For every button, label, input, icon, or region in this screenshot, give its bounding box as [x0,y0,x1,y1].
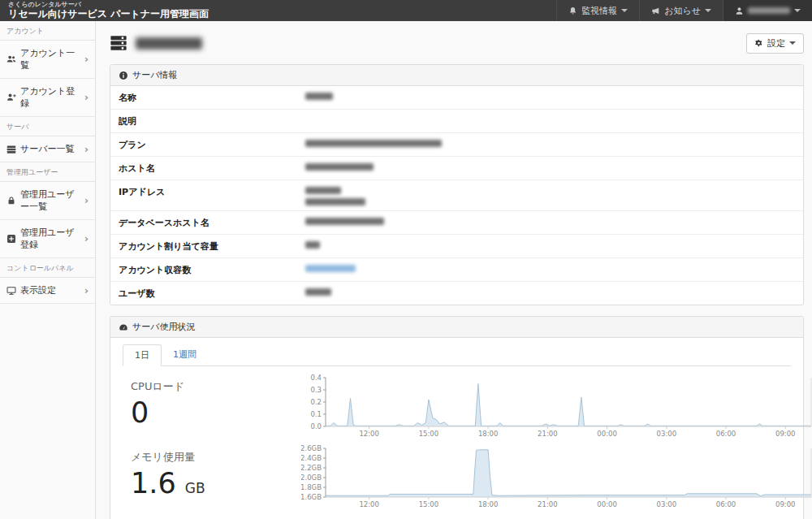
info-value-redacted-link[interactable] [305,265,356,272]
info-row-value [305,138,795,147]
info-row-value [305,287,795,296]
topbar-menu-item-0[interactable]: 監視情報 [556,0,639,21]
svg-text:15:00: 15:00 [419,500,439,508]
sidebar-section-title-3: コントロールパネル [0,258,95,278]
info-row-label: アカウント収容数 [119,263,305,276]
info-value-redacted-text [305,163,374,171]
brand-app-title: リセール向けサービス パートナー用管理画面 [8,9,209,19]
memory-usage-label: メモリ使用量 [131,450,301,465]
info-row-0: 名称 [110,86,803,110]
svg-text:1.8GB: 1.8GB [301,483,322,491]
server-info-panel-heading: サーバ情報 [110,65,803,86]
svg-text:2.0GB: 2.0GB [301,474,322,482]
memory-usage-chart: 1.6GB1.8GB2.0GB2.2GB2.4GB2.6GB12:0015:00… [301,445,812,511]
info-value-redacted-text [305,93,333,100]
svg-text:2.2GB: 2.2GB [301,464,322,472]
info-row-label: プラン [119,138,305,151]
sidebar-item-2-0[interactable]: 管理用ユーザー一覧› [0,182,95,220]
sidebar-item-0-1[interactable]: アカウント登録› [0,79,95,117]
usage-body: CPUロード 0 0.00.10.20.30.412:0015:0018:002… [110,366,803,519]
info-value-redacted-text [305,187,341,194]
gear-icon [754,39,763,48]
sidebar-section-title-1: サーバ [0,117,95,136]
svg-text:2.6GB: 2.6GB [301,445,322,452]
svg-text:2.4GB: 2.4GB [301,454,322,462]
server-stack-icon [110,34,127,52]
info-row-value [305,162,795,171]
caret-down-icon [789,41,796,45]
svg-text:1.6GB: 1.6GB [301,493,322,501]
info-row-value [305,216,795,225]
server-usage-panel-heading: サーバ使用状況 [110,317,803,338]
settings-button[interactable]: 設定 [746,33,804,54]
cpu-load-summary: CPUロード 0 [119,374,301,429]
brand: さくらのレンタルサーバ リセール向けサービス パートナー用管理画面 [0,0,209,21]
cpu-load-label: CPUロード [131,379,301,394]
info-row-label: ユーザ数 [119,287,305,300]
info-row-7: アカウント収容数 [110,258,803,282]
topbar-user-name-redacted [748,7,790,14]
user-icon [735,6,744,15]
info-row-label: アカウント割り当て容量 [119,240,305,253]
usage-tab-0[interactable]: 1日 [123,344,162,366]
sidebar-item-0-0[interactable]: アカウント一覧› [0,41,95,79]
memory-usage-value: 1.6 GB [131,468,301,500]
main-content: 設定 サーバ情報 名称説明プランホスト名IPアドレスデータベースホスト名アカウン… [96,21,812,519]
svg-text:09:00: 09:00 [775,500,796,508]
svg-text:06:00: 06:00 [716,430,736,438]
gauge-icon [119,322,128,332]
sidebar-item-label: アカウント一覧 [20,47,80,71]
chevron-right-icon: › [84,235,89,243]
info-row-value [305,263,795,272]
svg-text:00:00: 00:00 [597,430,617,438]
svg-text:0.0: 0.0 [310,422,322,430]
topbar-menu-user[interactable] [723,0,812,21]
chevron-right-icon: › [84,197,89,205]
info-value-redacted-text [305,198,365,205]
info-row-value [305,91,795,100]
sidebar-item-label: 表示設定 [20,284,56,296]
topbar-menu-item-1[interactable]: お知らせ [639,0,723,21]
info-row-8: ユーザ数 [110,282,803,305]
svg-text:18:00: 18:00 [478,430,499,438]
svg-text:0.4: 0.4 [310,374,322,382]
server-icon [6,145,16,154]
server-stack-icon [110,34,127,52]
info-row-3: ホスト名 [110,157,803,180]
svg-text:06:00: 06:00 [716,500,736,508]
info-row-4: IPアドレス [110,180,803,211]
svg-text:00:00: 00:00 [597,500,617,508]
memory-usage-number: 1.6 [131,467,176,500]
sidebar-item-2-1[interactable]: 管理用ユーザ登録› [0,220,95,258]
topbar-menu-label: 監視情報 [581,5,617,17]
info-value-redacted-text [305,140,442,147]
gear-icon [754,39,763,48]
svg-text:0.3: 0.3 [310,386,322,394]
cpu-load-value: 0 [131,397,301,429]
users-icon [6,54,16,64]
info-row-label: IPアドレス [119,185,305,198]
sidebar-item-3-0[interactable]: 表示設定› [0,278,95,304]
page-header: 設定 [110,28,804,58]
info-row-value [305,115,795,116]
memory-usage-chart: 1.6GB1.8GB2.0GB2.2GB2.4GB2.6GB12:0015:00… [301,445,812,508]
memory-usage-unit: GB [185,480,205,496]
info-row-value [305,240,795,249]
svg-text:0.2: 0.2 [310,398,322,406]
svg-text:0.1: 0.1 [310,410,322,418]
topbar-menu-label: お知らせ [664,5,701,17]
svg-text:18:00: 18:00 [478,500,499,508]
sidebar-section-title-0: アカウント [0,21,95,41]
cpu-load-row: CPUロード 0 0.00.10.20.30.412:0015:0018:002… [119,374,799,440]
chevron-right-icon: › [84,55,89,63]
usage-tab-1[interactable]: 1週間 [162,344,208,366]
svg-text:15:00: 15:00 [419,430,439,438]
sidebar-item-1-0[interactable]: サーバー一覧› [0,136,95,162]
info-icon [119,71,128,80]
info-value-redacted-text [305,288,331,296]
server-info-rows: 名称説明プランホスト名IPアドレスデータベースホスト名アカウント割り当て容量アカ… [110,86,803,305]
caret-down-icon [705,9,711,12]
sidebar-section-title-2: 管理用ユーザー [0,162,95,182]
sidebar-nav: アカウントアカウント一覧›アカウント登録›サーバサーバー一覧›管理用ユーザー管理… [0,21,96,519]
chevron-right-icon: › [84,93,89,102]
